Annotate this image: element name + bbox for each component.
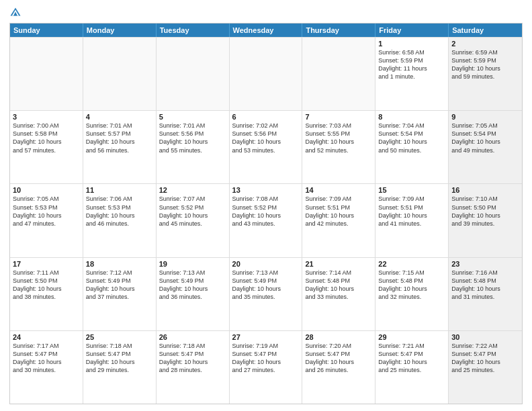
calendar-cell: 14Sunrise: 7:09 AM Sunset: 5:51 PM Dayli…	[302, 184, 375, 257]
calendar-cell: 2Sunrise: 6:59 AM Sunset: 5:59 PM Daylig…	[449, 38, 522, 110]
day-number: 20	[232, 260, 300, 268]
cell-info: Sunrise: 7:09 AM Sunset: 5:51 PM Dayligh…	[378, 195, 445, 228]
cell-info: Sunrise: 7:13 AM Sunset: 5:49 PM Dayligh…	[232, 269, 300, 302]
day-number: 2	[451, 40, 519, 48]
day-number: 22	[378, 260, 445, 268]
logo-icon	[9, 7, 21, 19]
cell-info: Sunrise: 7:01 AM Sunset: 5:57 PM Dayligh…	[86, 122, 153, 154]
day-number: 17	[13, 260, 80, 268]
calendar-header-cell: Monday	[83, 24, 157, 37]
day-number: 19	[159, 260, 226, 268]
cell-info: Sunrise: 6:59 AM Sunset: 5:59 PM Dayligh…	[451, 48, 519, 81]
cell-info: Sunrise: 7:19 AM Sunset: 5:47 PM Dayligh…	[232, 342, 300, 375]
calendar-cell: 9Sunrise: 7:05 AM Sunset: 5:54 PM Daylig…	[449, 111, 522, 183]
calendar-cell: 16Sunrise: 7:10 AM Sunset: 5:50 PM Dayli…	[449, 184, 522, 257]
calendar-cell: 1Sunrise: 6:58 AM Sunset: 5:59 PM Daylig…	[375, 38, 449, 110]
calendar-cell: 13Sunrise: 7:08 AM Sunset: 5:52 PM Dayli…	[230, 184, 303, 257]
day-number: 9	[451, 113, 519, 121]
calendar-cell: 12Sunrise: 7:07 AM Sunset: 5:52 PM Dayli…	[157, 184, 230, 257]
calendar-row: 17Sunrise: 7:11 AM Sunset: 5:50 PM Dayli…	[10, 257, 522, 330]
day-number: 15	[378, 186, 445, 194]
cell-info: Sunrise: 7:00 AM Sunset: 5:58 PM Dayligh…	[13, 122, 80, 154]
calendar-header-cell: Saturday	[449, 24, 522, 37]
calendar: SundayMondayTuesdayWednesdayThursdayFrid…	[9, 23, 523, 404]
calendar-row: 3Sunrise: 7:00 AM Sunset: 5:58 PM Daylig…	[10, 110, 522, 183]
day-number: 26	[159, 333, 226, 341]
logo	[9, 7, 24, 19]
cell-info: Sunrise: 7:12 AM Sunset: 5:49 PM Dayligh…	[86, 269, 153, 302]
cell-info: Sunrise: 7:14 AM Sunset: 5:48 PM Dayligh…	[305, 269, 372, 302]
cell-info: Sunrise: 7:02 AM Sunset: 5:56 PM Dayligh…	[232, 122, 300, 154]
calendar-cell	[157, 38, 230, 110]
calendar-cell: 22Sunrise: 7:15 AM Sunset: 5:48 PM Dayli…	[375, 258, 449, 330]
cell-info: Sunrise: 7:20 AM Sunset: 5:47 PM Dayligh…	[305, 342, 372, 375]
calendar-cell	[230, 38, 303, 110]
cell-info: Sunrise: 7:06 AM Sunset: 5:53 PM Dayligh…	[86, 195, 153, 228]
day-number: 3	[13, 113, 80, 121]
cell-info: Sunrise: 7:22 AM Sunset: 5:47 PM Dayligh…	[451, 342, 519, 375]
cell-info: Sunrise: 7:09 AM Sunset: 5:51 PM Dayligh…	[305, 195, 372, 228]
day-number: 11	[86, 186, 153, 194]
calendar-body: 1Sunrise: 6:58 AM Sunset: 5:59 PM Daylig…	[10, 37, 522, 404]
cell-info: Sunrise: 7:18 AM Sunset: 5:47 PM Dayligh…	[86, 342, 153, 375]
day-number: 4	[86, 113, 153, 121]
day-number: 7	[305, 113, 372, 121]
calendar-cell: 8Sunrise: 7:04 AM Sunset: 5:54 PM Daylig…	[375, 111, 449, 183]
day-number: 6	[232, 113, 300, 121]
day-number: 10	[13, 186, 80, 194]
day-number: 23	[451, 260, 519, 268]
calendar-header-cell: Tuesday	[157, 24, 230, 37]
cell-info: Sunrise: 7:10 AM Sunset: 5:50 PM Dayligh…	[451, 195, 519, 228]
cell-info: Sunrise: 7:11 AM Sunset: 5:50 PM Dayligh…	[13, 269, 80, 302]
calendar-cell: 11Sunrise: 7:06 AM Sunset: 5:53 PM Dayli…	[83, 184, 157, 257]
cell-info: Sunrise: 7:05 AM Sunset: 5:53 PM Dayligh…	[13, 195, 80, 228]
day-number: 16	[451, 186, 519, 194]
calendar-header-cell: Thursday	[302, 24, 375, 37]
calendar-cell	[302, 38, 375, 110]
calendar-cell: 4Sunrise: 7:01 AM Sunset: 5:57 PM Daylig…	[83, 111, 157, 183]
day-number: 18	[86, 260, 153, 268]
calendar-cell: 21Sunrise: 7:14 AM Sunset: 5:48 PM Dayli…	[302, 258, 375, 330]
page: SundayMondayTuesdayWednesdayThursdayFrid…	[0, 0, 532, 411]
day-number: 13	[232, 186, 300, 194]
calendar-cell: 7Sunrise: 7:03 AM Sunset: 5:55 PM Daylig…	[302, 111, 375, 183]
cell-info: Sunrise: 7:05 AM Sunset: 5:54 PM Dayligh…	[451, 122, 519, 154]
calendar-cell	[83, 38, 157, 110]
cell-info: Sunrise: 7:08 AM Sunset: 5:52 PM Dayligh…	[232, 195, 300, 228]
cell-info: Sunrise: 7:07 AM Sunset: 5:52 PM Dayligh…	[159, 195, 226, 228]
calendar-cell: 26Sunrise: 7:18 AM Sunset: 5:47 PM Dayli…	[157, 331, 230, 404]
calendar-cell: 30Sunrise: 7:22 AM Sunset: 5:47 PM Dayli…	[449, 331, 522, 404]
calendar-cell: 19Sunrise: 7:13 AM Sunset: 5:49 PM Dayli…	[157, 258, 230, 330]
calendar-header: SundayMondayTuesdayWednesdayThursdayFrid…	[10, 24, 522, 37]
day-number: 1	[378, 40, 445, 48]
day-number: 14	[305, 186, 372, 194]
day-number: 24	[13, 333, 80, 341]
day-number: 29	[378, 333, 445, 341]
calendar-cell: 27Sunrise: 7:19 AM Sunset: 5:47 PM Dayli…	[230, 331, 303, 404]
cell-info: Sunrise: 7:18 AM Sunset: 5:47 PM Dayligh…	[159, 342, 226, 375]
logo-area	[9, 7, 24, 19]
calendar-cell: 23Sunrise: 7:16 AM Sunset: 5:48 PM Dayli…	[449, 258, 522, 330]
calendar-cell	[10, 38, 83, 110]
calendar-cell: 29Sunrise: 7:21 AM Sunset: 5:47 PM Dayli…	[375, 331, 449, 404]
calendar-cell: 15Sunrise: 7:09 AM Sunset: 5:51 PM Dayli…	[375, 184, 449, 257]
cell-info: Sunrise: 7:03 AM Sunset: 5:55 PM Dayligh…	[305, 122, 372, 154]
day-number: 28	[305, 333, 372, 341]
calendar-cell: 10Sunrise: 7:05 AM Sunset: 5:53 PM Dayli…	[10, 184, 83, 257]
calendar-cell: 5Sunrise: 7:01 AM Sunset: 5:56 PM Daylig…	[157, 111, 230, 183]
calendar-cell: 3Sunrise: 7:00 AM Sunset: 5:58 PM Daylig…	[10, 111, 83, 183]
header	[9, 7, 523, 19]
calendar-row: 10Sunrise: 7:05 AM Sunset: 5:53 PM Dayli…	[10, 183, 522, 257]
calendar-cell: 17Sunrise: 7:11 AM Sunset: 5:50 PM Dayli…	[10, 258, 83, 330]
calendar-cell: 6Sunrise: 7:02 AM Sunset: 5:56 PM Daylig…	[230, 111, 303, 183]
day-number: 8	[378, 113, 445, 121]
cell-info: Sunrise: 7:13 AM Sunset: 5:49 PM Dayligh…	[159, 269, 226, 302]
calendar-header-cell: Wednesday	[230, 24, 303, 37]
cell-info: Sunrise: 7:16 AM Sunset: 5:48 PM Dayligh…	[451, 269, 519, 302]
cell-info: Sunrise: 7:21 AM Sunset: 5:47 PM Dayligh…	[378, 342, 445, 375]
day-number: 30	[451, 333, 519, 341]
cell-info: Sunrise: 7:17 AM Sunset: 5:47 PM Dayligh…	[13, 342, 80, 375]
calendar-cell: 24Sunrise: 7:17 AM Sunset: 5:47 PM Dayli…	[10, 331, 83, 404]
calendar-row: 24Sunrise: 7:17 AM Sunset: 5:47 PM Dayli…	[10, 330, 522, 404]
day-number: 5	[159, 113, 226, 121]
